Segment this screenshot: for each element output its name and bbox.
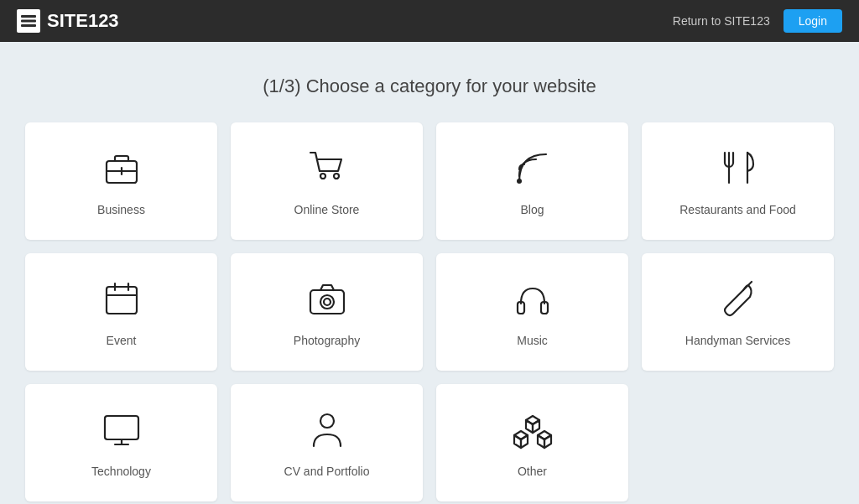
page-title: (1/3) Choose a category for your website	[25, 75, 834, 97]
category-label-handyman: Handyman Services	[685, 334, 790, 347]
category-label-technology: Technology	[91, 465, 151, 478]
category-card-photography[interactable]: Photography	[231, 253, 423, 371]
wrench-icon	[716, 277, 760, 334]
svg-rect-21	[105, 416, 138, 439]
camera-icon	[305, 277, 349, 334]
svg-rect-2	[21, 24, 36, 27]
category-label-event: Event	[107, 334, 137, 347]
category-card-event[interactable]: Event	[25, 253, 217, 371]
category-label-music: Music	[517, 334, 548, 347]
svg-point-17	[324, 299, 331, 305]
svg-point-24	[320, 414, 334, 428]
cart-icon	[305, 146, 349, 203]
header: SITE123 Return to SITE123 Login	[0, 0, 859, 42]
svg-rect-0	[21, 15, 36, 18]
category-label-cv-portfolio: CV and Portfolio	[284, 465, 370, 478]
category-label-other: Other	[518, 465, 547, 478]
svg-point-16	[320, 295, 334, 309]
category-label-photography: Photography	[294, 334, 360, 347]
briefcase-icon	[100, 146, 143, 203]
category-label-business: Business	[97, 203, 145, 216]
fork-knife-icon	[716, 146, 760, 203]
category-card-blog[interactable]: Blog	[436, 122, 628, 240]
logo-text: SITE123	[47, 10, 119, 32]
category-card-business[interactable]: Business	[25, 122, 217, 240]
category-card-online-store[interactable]: Online Store	[231, 122, 423, 240]
header-right: Return to SITE123 Login	[673, 9, 842, 33]
category-card-handyman[interactable]: Handyman Services	[642, 253, 834, 371]
logo: SITE123	[17, 9, 119, 33]
svg-point-6	[320, 174, 325, 179]
monitor-icon	[100, 408, 143, 465]
svg-rect-1	[21, 20, 36, 23]
svg-rect-15	[310, 290, 344, 314]
category-label-online-store: Online Store	[294, 203, 360, 216]
rss-icon	[511, 146, 554, 203]
category-label-restaurants: Restaurants and Food	[679, 203, 796, 216]
headphones-icon	[511, 277, 554, 334]
blocks-icon	[511, 408, 554, 465]
category-card-music[interactable]: Music	[436, 253, 628, 371]
svg-rect-11	[107, 287, 137, 314]
svg-point-7	[334, 174, 339, 179]
svg-point-8	[517, 179, 522, 184]
return-link[interactable]: Return to SITE123	[673, 14, 770, 28]
category-card-cv-portfolio[interactable]: CV and Portfolio	[231, 384, 423, 501]
category-grid: Business Online Store Blog Restaurants a…	[25, 122, 834, 501]
category-label-blog: Blog	[520, 203, 544, 216]
category-card-other[interactable]: Other	[436, 384, 628, 501]
logo-icon	[17, 9, 40, 33]
main-content: (1/3) Choose a category for your website…	[0, 42, 859, 504]
person-icon	[305, 408, 349, 465]
calendar-icon	[100, 277, 143, 334]
login-button[interactable]: Login	[784, 9, 842, 33]
category-card-technology[interactable]: Technology	[25, 384, 217, 501]
category-card-restaurants[interactable]: Restaurants and Food	[642, 122, 834, 240]
